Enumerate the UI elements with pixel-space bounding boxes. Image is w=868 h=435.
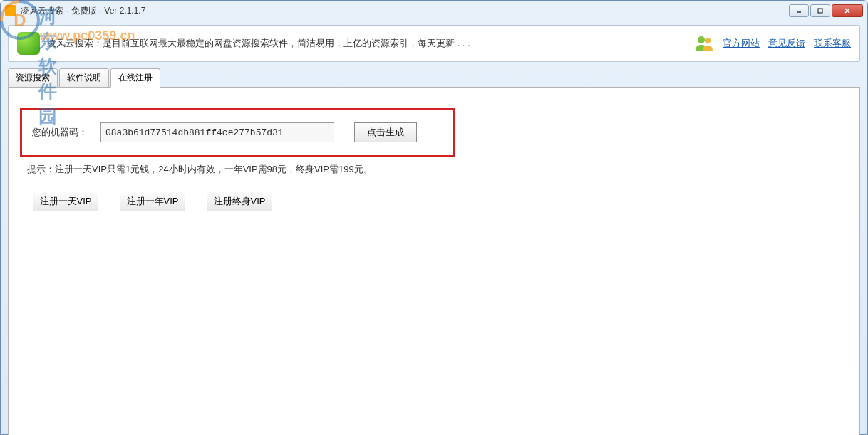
generate-button[interactable]: 点击生成: [354, 122, 417, 142]
register-year-vip-button[interactable]: 注册一年VIP: [120, 192, 185, 211]
register-day-vip-button[interactable]: 注册一天VIP: [33, 192, 98, 211]
tab-software-info[interactable]: 软件说明: [59, 68, 109, 88]
link-support[interactable]: 联系客服: [814, 37, 851, 50]
header-bar: 凌风云搜索：是目前互联网最大最稳定的网盘资源搜索软件，简洁易用，上亿的资源索引，…: [8, 25, 860, 62]
tabs: 资源搜索 软件说明 在线注册: [8, 68, 860, 87]
titlebar[interactable]: 凌风云搜索 - 免费版 - Ver 2.1.1.7: [1, 1, 867, 21]
svg-point-4: [698, 36, 705, 43]
tab-resource-search[interactable]: 资源搜索: [8, 68, 58, 88]
machine-code-label: 您的机器码：: [32, 126, 100, 139]
header-links: 官方网站 意见反馈 联系客服: [694, 35, 851, 52]
window-title: 凌风云搜索 - 免费版 - Ver 2.1.1.7: [21, 5, 789, 17]
users-icon: [694, 35, 714, 52]
machine-code-highlight: 您的机器码： 点击生成: [20, 108, 455, 157]
tab-online-register[interactable]: 在线注册: [110, 68, 160, 88]
tabs-area: 资源搜索 软件说明 在线注册 您的机器码： 点击生成 提示：注册一天VIP只需1…: [8, 68, 860, 435]
svg-point-5: [705, 38, 711, 43]
hint-text: 提示：注册一天VIP只需1元钱，24小时内有效，一年VIP需98元，终身VIP需…: [27, 163, 841, 176]
window-controls: [789, 4, 863, 17]
vip-buttons: 注册一天VIP 注册一年VIP 注册终身VIP: [33, 192, 841, 211]
register-life-vip-button[interactable]: 注册终身VIP: [207, 192, 272, 211]
svg-rect-1: [818, 9, 822, 13]
register-panel: 您的机器码： 点击生成 提示：注册一天VIP只需1元钱，24小时内有效，一年VI…: [8, 87, 860, 435]
header-slogan: 凌风云搜索：是目前互联网最大最稳定的网盘资源搜索软件，简洁易用，上亿的资源索引，…: [47, 37, 694, 50]
machine-code-input[interactable]: [100, 122, 334, 142]
app-window: 凌风云搜索 - 免费版 - Ver 2.1.1.7 凌风云搜索：是目前互联网最大…: [0, 0, 868, 435]
close-button[interactable]: [832, 4, 863, 17]
link-official-site[interactable]: 官方网站: [723, 37, 760, 50]
app-icon: [5, 5, 16, 16]
link-feedback[interactable]: 意见反馈: [768, 37, 805, 50]
header-logo-icon: [17, 32, 40, 55]
minimize-button[interactable]: [789, 4, 809, 17]
maximize-button[interactable]: [810, 4, 830, 17]
